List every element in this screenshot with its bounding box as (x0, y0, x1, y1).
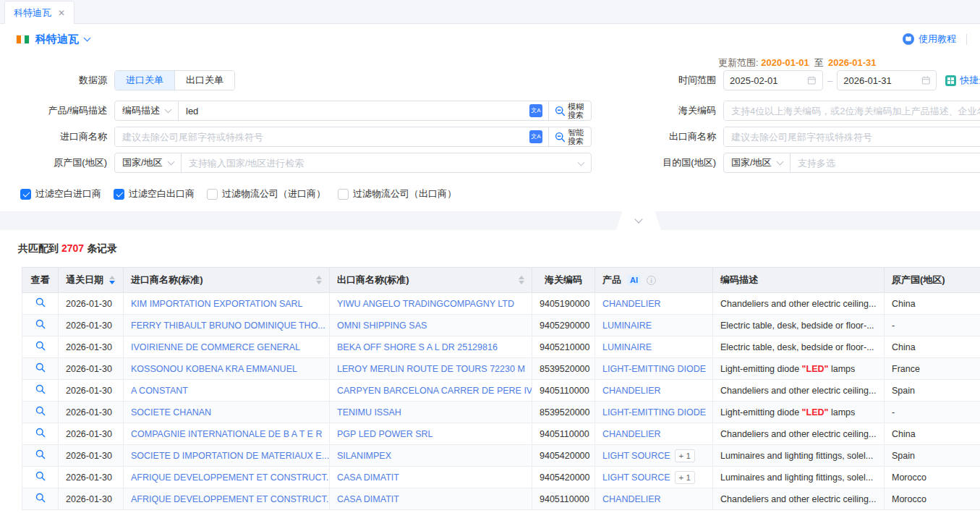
sort-icons[interactable] (109, 276, 115, 284)
date-start-input[interactable] (723, 70, 823, 90)
filter-checkboxes: 过滤空白进口商过滤空白出口商过滤物流公司（进口商）过滤物流公司（出口商） (20, 187, 456, 200)
product-link[interactable]: LUMINAIRE (602, 321, 652, 331)
calendar-icon (921, 75, 931, 85)
importer-link[interactable]: SOCIETE D IMPORTATION DE MATERIAUX E... (131, 451, 329, 461)
product-link[interactable]: LIGHT-EMITTING DIODE (602, 364, 706, 374)
product-link[interactable]: CHANDELIER (602, 494, 661, 504)
view-record-icon[interactable] (35, 428, 46, 438)
sort-icons[interactable] (316, 276, 322, 284)
hs-code-cell: 9405190000 (532, 293, 595, 315)
translate-icon[interactable]: 文A (529, 130, 542, 143)
exporter-link[interactable]: SILANIMPEX (337, 451, 391, 461)
exporter-link[interactable]: LEROY MERLIN ROUTE DE TOURS 72230 M (337, 364, 525, 374)
exporter-link[interactable]: CARPYEN BARCELONA CARRER DE PERE IV (337, 386, 532, 396)
smart-search-button[interactable]: 智能搜索 (548, 127, 591, 146)
filter-checkbox[interactable]: 过滤空白进口商 (20, 187, 101, 200)
date-end-input[interactable] (837, 70, 937, 90)
filter-checkbox[interactable]: 过滤空白出口商 (114, 187, 195, 200)
more-products-badge[interactable]: + 1 (675, 471, 695, 484)
chevron-down-icon (776, 158, 783, 166)
checkbox-icon[interactable] (20, 189, 31, 200)
collapse-handle[interactable] (616, 211, 661, 230)
col-importer[interactable]: 进口商名称(标准) (124, 268, 330, 293)
exporter-group (723, 127, 980, 147)
view-record-icon[interactable] (35, 363, 46, 373)
exporter-link[interactable]: BEKA OFF SHORE S A L DR 25129816 (337, 342, 498, 352)
translate-icon[interactable]: 文A (529, 104, 542, 117)
quick-select-button[interactable]: 快捷选 (945, 74, 980, 87)
exporter-link[interactable]: TENIMU ISSAH (337, 407, 401, 417)
results-section: 共匹配到2707条记录 查看 通关日期 进口商名称(标准) 出口商名称(标准) … (0, 230, 980, 510)
date-cell: 2026-01-30 (59, 315, 124, 336)
hs-code-input[interactable] (724, 101, 980, 120)
col-exporter[interactable]: 出口商名称(标准) (330, 268, 532, 293)
view-record-icon[interactable] (35, 297, 46, 308)
view-record-icon[interactable] (35, 471, 46, 481)
exporter-link[interactable]: CASA DIMATIT (337, 472, 399, 483)
checkbox-icon[interactable] (207, 189, 218, 200)
update-range-label: 更新范围: (718, 57, 759, 68)
table-body: 2026-01-30KIM IMPORTATION EXPORTATION SA… (22, 293, 980, 510)
importer-input[interactable] (115, 127, 529, 146)
importer-link[interactable]: A CONSTANT (131, 386, 188, 396)
importer-link[interactable]: KOSSONOU KOBENA KRA EMMANUEL (131, 364, 297, 374)
view-record-icon[interactable] (35, 406, 46, 416)
chevron-down-icon[interactable] (84, 35, 91, 42)
filter-collapse-band (0, 211, 980, 230)
product-link[interactable]: LUMINAIRE (602, 342, 652, 352)
tab-import-customs[interactable]: 进口关单 (115, 71, 174, 90)
view-record-icon[interactable] (35, 449, 46, 459)
destination-country-input[interactable] (791, 153, 980, 172)
view-record-icon[interactable] (35, 341, 46, 351)
exporter-link[interactable]: CASA DIMATIT (337, 494, 399, 504)
date-end-field[interactable] (843, 75, 921, 86)
results-count: 共匹配到2707条记录 (18, 242, 980, 255)
fuzzy-search-button[interactable]: 模糊搜索 (548, 101, 591, 120)
importer-link[interactable]: SOCIETE CHANAN (131, 407, 211, 417)
origin-country-input[interactable] (182, 153, 579, 172)
filter-checkbox[interactable]: 过滤物流公司（出口商） (338, 187, 456, 200)
view-record-icon[interactable] (35, 319, 46, 329)
importer-link[interactable]: AFRIQUE DEVELOPPEMENT ET CONSTRUCT... (131, 472, 330, 483)
importer-link[interactable]: IVOIRIENNE DE COMMERCE GENERAL (131, 342, 300, 352)
tab-cote-divoire[interactable]: 科特迪瓦 ✕ (4, 1, 74, 24)
product-link[interactable]: CHANDELIER (602, 299, 661, 309)
quick-select-icon (945, 75, 956, 86)
product-link[interactable]: CHANDELIER (602, 386, 661, 396)
importer-link[interactable]: KIM IMPORTATION EXPORTATION SARL (131, 299, 303, 309)
product-link[interactable]: LIGHT SOURCE (602, 472, 670, 483)
view-record-icon[interactable] (35, 384, 46, 394)
exporter-link[interactable]: YIWU ANGELO TRADINGCOMPAGNY LTD (337, 299, 514, 309)
time-range-label: 时间范围 (658, 74, 716, 87)
close-icon[interactable]: ✕ (58, 8, 65, 18)
exporter-link[interactable]: OMNI SHIPPING SAS (337, 321, 427, 331)
importer-link[interactable]: COMPAGNIE INTERNATIONALE DE B A T E R (131, 429, 322, 439)
product-link[interactable]: CHANDELIER (602, 429, 661, 439)
importer-link[interactable]: AFRIQUE DEVELOPPEMENT ET CONSTRUCT... (131, 494, 330, 504)
product-type-select[interactable]: 编码描述 (115, 101, 179, 120)
exporter-input[interactable] (724, 127, 980, 146)
checkbox-icon[interactable] (338, 189, 349, 200)
date-start-field[interactable] (730, 75, 807, 86)
checkbox-icon[interactable] (114, 189, 124, 200)
importer-label: 进口商名称 (0, 130, 107, 143)
more-products-badge[interactable]: + 1 (675, 449, 695, 462)
sort-icons[interactable] (519, 276, 524, 284)
filter-checkbox[interactable]: 过滤物流公司（进口商） (207, 187, 325, 200)
info-icon[interactable]: i (647, 276, 656, 285)
origin-type-select[interactable]: 国家/地区 (115, 153, 182, 172)
product-link[interactable]: LIGHT-EMITTING DIODE (602, 407, 706, 417)
country-title[interactable]: 科特迪瓦 (35, 33, 79, 46)
importer-link[interactable]: FERRY THIBAULT BRUNO DOMINIQUE THO... (131, 321, 325, 331)
destination-type-select[interactable]: 国家/地区 (724, 153, 791, 172)
hs-code-cell: 9405110000 (532, 488, 595, 510)
tutorial-button[interactable]: 使用教程 (903, 33, 956, 46)
exporter-link[interactable]: PGP LED POWER SRL (337, 429, 433, 439)
col-date[interactable]: 通关日期 (59, 268, 124, 293)
description-cell: Light-emitting diode "LED" lamps (713, 358, 885, 380)
view-record-icon[interactable] (35, 493, 46, 503)
product-link[interactable]: LIGHT SOURCE (602, 451, 670, 461)
product-search-input[interactable] (179, 101, 529, 120)
tab-export-customs[interactable]: 出口关单 (174, 71, 234, 90)
description-cell: Electric table, desk, bedside or floor-.… (713, 336, 885, 358)
